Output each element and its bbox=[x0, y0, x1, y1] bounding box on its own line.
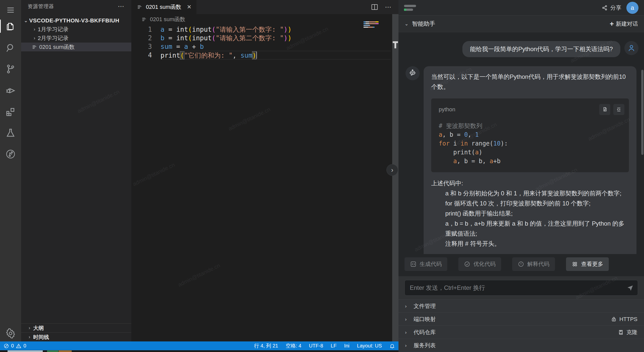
chevron-down-icon: ⌄ bbox=[23, 18, 29, 23]
assistant-message-bubble: 当然可以，以下是一个简单的Python代码，用于求解斐波那契数列的前10个数。 … bbox=[424, 66, 636, 254]
generate-code-button[interactable]: 生成代码 bbox=[405, 257, 447, 271]
grid-icon bbox=[572, 261, 578, 267]
chevron-right-icon: › bbox=[405, 316, 414, 322]
share-button[interactable]: 分享 bbox=[602, 4, 621, 12]
section-service-list[interactable]: › 服务列表 bbox=[398, 339, 644, 352]
editor-group: 0201 sum函数 ✕ ⋯ 0201 sum函数 1a = int(input… bbox=[131, 0, 398, 341]
tree-file-0201[interactable]: 0201 sum函数 bbox=[21, 43, 131, 51]
info-circle-icon bbox=[518, 261, 524, 267]
panel-top-bar: 分享 a bbox=[398, 0, 644, 16]
reply-bullet: a 和 b 分别初始化为 0 和 1，用来计算斐波那契数列的前两个数字; bbox=[431, 188, 629, 198]
errors-count[interactable]: 0 bbox=[11, 343, 14, 349]
section-code-repository[interactable]: › 代码仓库 克隆 bbox=[398, 326, 644, 339]
tab-0201-sum[interactable]: 0201 sum函数 ✕ bbox=[131, 0, 196, 14]
section-file-management[interactable]: › 文件管理 bbox=[398, 299, 644, 312]
tab-bar: 0201 sum函数 ✕ ⋯ bbox=[131, 0, 398, 14]
file-tree: ⌄ VSCODE-PYTHON-V3-BKFFBIUH › 1月学习记录 › 2… bbox=[21, 16, 131, 51]
user-avatar[interactable]: a bbox=[626, 2, 638, 14]
copy-icon bbox=[602, 107, 608, 113]
https-action[interactable]: HTTPS bbox=[611, 316, 637, 323]
file-list-icon bbox=[136, 4, 143, 10]
clone-action[interactable]: 克隆 bbox=[618, 329, 637, 336]
chat-code-lines: # 斐波那契数列a, b = 0, 1for i in range(10): p… bbox=[431, 118, 629, 166]
insert-code-button[interactable] bbox=[613, 104, 624, 115]
settings-gear-icon[interactable] bbox=[0, 325, 21, 341]
chevron-right-icon: › bbox=[26, 334, 33, 340]
editor-more-icon[interactable]: ⋯ bbox=[385, 3, 392, 11]
remote-run-icon[interactable] bbox=[0, 146, 21, 162]
cursor-position[interactable]: 行 4, 列 21 bbox=[254, 342, 278, 349]
section-port-mapping[interactable]: › 端口映射 HTTPS bbox=[398, 312, 644, 326]
notifications-bell-icon[interactable] bbox=[389, 343, 395, 349]
tree-folder-feb[interactable]: › 2月学习记录 bbox=[21, 34, 131, 43]
chat-input-band: Enter 发送，Ctrl+Enter 换行 bbox=[398, 276, 644, 299]
lock-icon bbox=[611, 316, 617, 322]
chevron-right-icon: › bbox=[31, 27, 38, 32]
eol[interactable]: LF bbox=[331, 343, 337, 349]
code-language-label: python bbox=[439, 104, 455, 115]
timeline-section[interactable]: › 时间线 bbox=[21, 332, 131, 341]
warnings-count[interactable]: 0 bbox=[23, 343, 26, 349]
assistant-title: 智能助手 bbox=[412, 20, 435, 28]
breadcrumb[interactable]: 0201 sum函数 bbox=[141, 16, 185, 23]
quick-actions: 生成代码 优化代码 解释代码 查看更多 bbox=[405, 257, 609, 271]
share-icon bbox=[602, 5, 608, 11]
user-chat-avatar bbox=[624, 41, 638, 55]
run-debug-icon[interactable] bbox=[0, 83, 21, 99]
encoding[interactable]: UTF-8 bbox=[309, 343, 323, 349]
explorer-icon[interactable] bbox=[0, 18, 21, 34]
chevron-right-icon: › bbox=[405, 330, 414, 335]
new-chat-button[interactable]: + 新建对话 bbox=[610, 20, 638, 28]
panel-sections: › 文件管理 › 端口映射 HTTPS › 代码仓库 克隆 › bbox=[398, 299, 644, 352]
chevron-right-icon: › bbox=[31, 36, 38, 41]
reply-bullet: a，b = b，a+b 用来更新 a 和 b 的值，注意这里用到了 Python… bbox=[431, 219, 629, 239]
test-beaker-icon[interactable] bbox=[0, 125, 21, 141]
editor-scrollbar[interactable] bbox=[392, 14, 398, 341]
menu-icon[interactable] bbox=[0, 2, 21, 18]
language-mode[interactable]: Ini bbox=[344, 343, 349, 349]
reply-bullet: print() 函数用于输出结果; bbox=[431, 208, 629, 219]
scroll-marker bbox=[392, 41, 398, 48]
code-icon bbox=[410, 261, 417, 267]
tree-folder-jan[interactable]: › 1月学习记录 bbox=[21, 25, 131, 34]
panel-expand-button[interactable]: › bbox=[386, 164, 398, 176]
panel-scrollbar[interactable] bbox=[641, 70, 643, 155]
ide-screen: 资源管理器 ⋯ ⌄ VSCODE-PYTHON-V3-BKFFBIUH › 1月… bbox=[0, 0, 644, 352]
view-more-button[interactable]: 查看更多 bbox=[566, 257, 609, 271]
taskbar-sliver bbox=[0, 350, 398, 352]
reply-intro: 当然可以，以下是一个简单的Python代码，用于求解斐波那契数列的前10个数。 bbox=[431, 72, 629, 92]
check-circle-icon bbox=[464, 261, 470, 267]
explorer-title: 资源管理器 bbox=[28, 3, 54, 10]
reply-outro-title: 上述代码中: bbox=[431, 178, 629, 188]
code-area[interactable]: 1a = int(input("请输入第一个数字: "))2b = int(in… bbox=[131, 25, 391, 59]
minimap[interactable] bbox=[364, 21, 380, 28]
indentation[interactable]: 空格: 4 bbox=[286, 342, 301, 349]
chevron-right-icon: › bbox=[26, 325, 33, 331]
outline-section[interactable]: › 大纲 bbox=[21, 323, 131, 332]
reply-bullets: a 和 b 分别初始化为 0 和 1，用来计算斐波那契数列的前两个数字;for … bbox=[431, 188, 629, 249]
optimize-code-button[interactable]: 优化代码 bbox=[458, 257, 501, 271]
keyboard-layout[interactable]: Layout: US bbox=[357, 343, 382, 349]
explain-code-button[interactable]: 解释代码 bbox=[512, 257, 555, 271]
explorer-more-icon[interactable]: ⋯ bbox=[118, 3, 125, 10]
chat-input-placeholder: Enter 发送，Ctrl+Enter 换行 bbox=[410, 284, 485, 292]
reply-bullet: for 循环迭代 10 次，打印斐波那契数列的前 10 个数字; bbox=[431, 198, 629, 208]
chat-code-block: python # 斐波那契数列a, b = 0, 1for i in rang bbox=[431, 98, 629, 172]
workspace-menu-icon[interactable] bbox=[404, 5, 417, 11]
robot-icon bbox=[408, 69, 417, 78]
tab-close-icon[interactable]: ✕ bbox=[187, 4, 191, 10]
assistant-header: ⌄ 智能助手 + 新建对话 bbox=[398, 16, 644, 32]
extensions-icon[interactable] bbox=[0, 104, 21, 120]
person-icon bbox=[627, 44, 636, 52]
assistant-message-row: 当然可以，以下是一个简单的Python代码，用于求解斐波那契数列的前10个数。 … bbox=[398, 57, 644, 254]
tree-root-folder[interactable]: ⌄ VSCODE-PYTHON-V3-BKFFBIUH bbox=[21, 16, 131, 25]
chevron-right-icon: › bbox=[405, 303, 414, 309]
search-icon[interactable] bbox=[0, 40, 21, 56]
repo-icon bbox=[618, 329, 624, 335]
send-icon[interactable] bbox=[627, 284, 634, 291]
source-control-icon[interactable] bbox=[0, 61, 21, 77]
chat-input[interactable]: Enter 发送，Ctrl+Enter 换行 bbox=[405, 280, 638, 296]
chevron-down-icon[interactable]: ⌄ bbox=[405, 21, 409, 27]
copy-code-button[interactable] bbox=[599, 104, 610, 115]
split-editor-icon[interactable] bbox=[371, 3, 378, 11]
